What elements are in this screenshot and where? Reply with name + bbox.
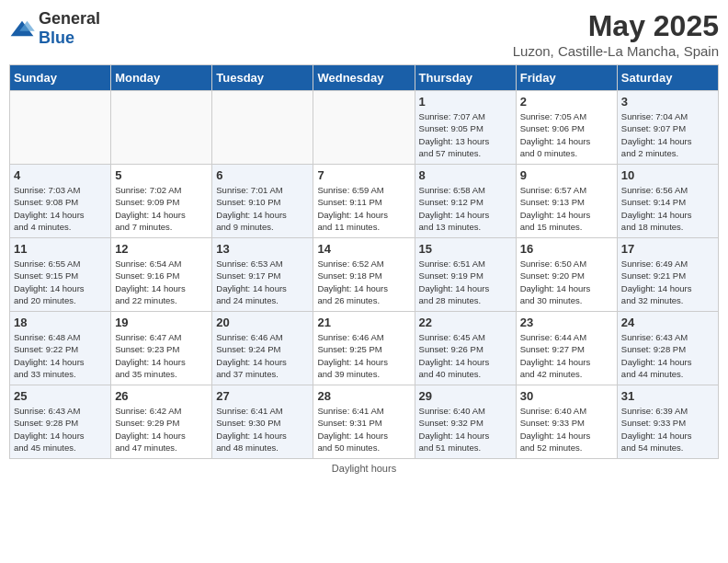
day-info: Sunrise: 7:02 AM Sunset: 9:09 PM Dayligh… xyxy=(115,184,208,233)
day-cell xyxy=(212,91,313,165)
day-cell: 8Sunrise: 6:58 AM Sunset: 9:12 PM Daylig… xyxy=(415,165,516,238)
day-number: 11 xyxy=(14,242,107,256)
day-number: 31 xyxy=(621,389,714,403)
header-day-friday: Friday xyxy=(516,65,617,91)
day-cell: 25Sunrise: 6:43 AM Sunset: 9:28 PM Dayli… xyxy=(10,385,111,459)
calendar-body: 1Sunrise: 7:07 AM Sunset: 9:05 PM Daylig… xyxy=(10,91,719,459)
day-number: 23 xyxy=(520,316,613,329)
day-info: Sunrise: 7:01 AM Sunset: 9:10 PM Dayligh… xyxy=(216,184,309,233)
day-number: 17 xyxy=(621,242,714,256)
day-cell: 19Sunrise: 6:47 AM Sunset: 9:23 PM Dayli… xyxy=(111,312,212,385)
day-cell: 2Sunrise: 7:05 AM Sunset: 9:06 PM Daylig… xyxy=(516,91,617,165)
day-info: Sunrise: 6:46 AM Sunset: 9:25 PM Dayligh… xyxy=(317,331,410,380)
day-number: 8 xyxy=(419,168,512,182)
day-info: Sunrise: 6:49 AM Sunset: 9:21 PM Dayligh… xyxy=(621,258,714,306)
day-number: 4 xyxy=(14,168,107,182)
day-cell: 1Sunrise: 7:07 AM Sunset: 9:05 PM Daylig… xyxy=(415,91,516,165)
title-area: May 2025 Luzon, Castille-La Mancha, Spai… xyxy=(513,9,719,59)
day-number: 28 xyxy=(317,389,410,403)
day-cell: 15Sunrise: 6:51 AM Sunset: 9:19 PM Dayli… xyxy=(415,238,516,312)
day-cell: 27Sunrise: 6:41 AM Sunset: 9:30 PM Dayli… xyxy=(212,385,313,459)
logo-icon xyxy=(9,18,35,39)
day-cell: 28Sunrise: 6:41 AM Sunset: 9:31 PM Dayli… xyxy=(313,385,415,459)
day-cell: 9Sunrise: 6:57 AM Sunset: 9:13 PM Daylig… xyxy=(516,165,617,238)
day-number: 27 xyxy=(216,389,309,403)
day-number: 6 xyxy=(216,168,309,182)
day-cell: 17Sunrise: 6:49 AM Sunset: 9:21 PM Dayli… xyxy=(617,238,718,312)
day-cell: 20Sunrise: 6:46 AM Sunset: 9:24 PM Dayli… xyxy=(212,312,313,385)
day-info: Sunrise: 6:46 AM Sunset: 9:24 PM Dayligh… xyxy=(216,331,309,380)
calendar-header: SundayMondayTuesdayWednesdayThursdayFrid… xyxy=(10,65,719,91)
day-info: Sunrise: 6:50 AM Sunset: 9:20 PM Dayligh… xyxy=(520,258,613,306)
day-info: Sunrise: 6:58 AM Sunset: 9:12 PM Dayligh… xyxy=(419,184,512,233)
week-row-5: 25Sunrise: 6:43 AM Sunset: 9:28 PM Dayli… xyxy=(10,385,719,459)
day-info: Sunrise: 7:04 AM Sunset: 9:07 PM Dayligh… xyxy=(621,110,714,159)
day-info: Sunrise: 6:41 AM Sunset: 9:31 PM Dayligh… xyxy=(317,405,410,454)
header-day-wednesday: Wednesday xyxy=(313,65,415,91)
day-cell xyxy=(111,91,212,165)
day-cell: 13Sunrise: 6:53 AM Sunset: 9:17 PM Dayli… xyxy=(212,238,313,312)
day-number: 25 xyxy=(14,389,107,403)
day-cell: 18Sunrise: 6:48 AM Sunset: 9:22 PM Dayli… xyxy=(10,312,111,385)
day-info: Sunrise: 6:52 AM Sunset: 9:18 PM Dayligh… xyxy=(317,258,410,306)
day-number: 29 xyxy=(419,389,512,403)
day-number: 13 xyxy=(216,242,309,256)
day-number: 18 xyxy=(14,316,107,329)
logo-text: General Blue xyxy=(39,9,100,48)
calendar-table: SundayMondayTuesdayWednesdayThursdayFrid… xyxy=(9,64,719,459)
day-cell: 7Sunrise: 6:59 AM Sunset: 9:11 PM Daylig… xyxy=(313,165,415,238)
day-info: Sunrise: 6:53 AM Sunset: 9:17 PM Dayligh… xyxy=(216,258,309,306)
subtitle: Luzon, Castille-La Mancha, Spain xyxy=(513,43,719,59)
day-cell: 30Sunrise: 6:40 AM Sunset: 9:33 PM Dayli… xyxy=(516,385,617,459)
day-info: Sunrise: 6:56 AM Sunset: 9:14 PM Dayligh… xyxy=(621,184,714,233)
day-info: Sunrise: 6:39 AM Sunset: 9:33 PM Dayligh… xyxy=(621,405,714,454)
day-info: Sunrise: 6:55 AM Sunset: 9:15 PM Dayligh… xyxy=(14,258,107,306)
day-info: Sunrise: 6:43 AM Sunset: 9:28 PM Dayligh… xyxy=(14,405,107,454)
day-number: 24 xyxy=(621,316,714,329)
week-row-4: 18Sunrise: 6:48 AM Sunset: 9:22 PM Dayli… xyxy=(10,312,719,385)
day-cell: 23Sunrise: 6:44 AM Sunset: 9:27 PM Dayli… xyxy=(516,312,617,385)
header-day-tuesday: Tuesday xyxy=(212,65,313,91)
day-number: 12 xyxy=(115,242,208,256)
day-cell: 12Sunrise: 6:54 AM Sunset: 9:16 PM Dayli… xyxy=(111,238,212,312)
day-info: Sunrise: 6:42 AM Sunset: 9:29 PM Dayligh… xyxy=(115,405,208,454)
logo-blue: Blue xyxy=(39,29,74,47)
day-number: 15 xyxy=(419,242,512,256)
day-info: Sunrise: 6:40 AM Sunset: 9:33 PM Dayligh… xyxy=(520,405,613,454)
day-cell: 5Sunrise: 7:02 AM Sunset: 9:09 PM Daylig… xyxy=(111,165,212,238)
day-cell: 29Sunrise: 6:40 AM Sunset: 9:32 PM Dayli… xyxy=(415,385,516,459)
day-cell: 21Sunrise: 6:46 AM Sunset: 9:25 PM Dayli… xyxy=(313,312,415,385)
logo-general: General xyxy=(39,9,100,28)
day-info: Sunrise: 6:44 AM Sunset: 9:27 PM Dayligh… xyxy=(520,331,613,380)
day-number: 10 xyxy=(621,168,714,182)
day-info: Sunrise: 7:03 AM Sunset: 9:08 PM Dayligh… xyxy=(14,184,107,233)
day-cell xyxy=(10,91,111,165)
day-info: Sunrise: 6:57 AM Sunset: 9:13 PM Dayligh… xyxy=(520,184,613,233)
day-info: Sunrise: 7:05 AM Sunset: 9:06 PM Dayligh… xyxy=(520,110,613,159)
day-cell: 10Sunrise: 6:56 AM Sunset: 9:14 PM Dayli… xyxy=(617,165,718,238)
day-number: 26 xyxy=(115,389,208,403)
header-day-monday: Monday xyxy=(111,65,212,91)
week-row-2: 4Sunrise: 7:03 AM Sunset: 9:08 PM Daylig… xyxy=(10,165,719,238)
day-cell: 3Sunrise: 7:04 AM Sunset: 9:07 PM Daylig… xyxy=(617,91,718,165)
day-cell: 22Sunrise: 6:45 AM Sunset: 9:26 PM Dayli… xyxy=(415,312,516,385)
day-number: 16 xyxy=(520,242,613,256)
day-info: Sunrise: 6:54 AM Sunset: 9:16 PM Dayligh… xyxy=(115,258,208,306)
day-number: 14 xyxy=(317,242,410,256)
day-number: 2 xyxy=(520,95,613,109)
day-number: 1 xyxy=(419,95,512,109)
day-cell: 26Sunrise: 6:42 AM Sunset: 9:29 PM Dayli… xyxy=(111,385,212,459)
footer-note: Daylight hours xyxy=(9,463,719,474)
day-cell: 31Sunrise: 6:39 AM Sunset: 9:33 PM Dayli… xyxy=(617,385,718,459)
day-number: 3 xyxy=(621,95,714,109)
day-info: Sunrise: 6:47 AM Sunset: 9:23 PM Dayligh… xyxy=(115,331,208,380)
week-row-3: 11Sunrise: 6:55 AM Sunset: 9:15 PM Dayli… xyxy=(10,238,719,312)
day-number: 7 xyxy=(317,168,410,182)
day-info: Sunrise: 7:07 AM Sunset: 9:05 PM Dayligh… xyxy=(419,110,512,159)
header-day-sunday: Sunday xyxy=(10,65,111,91)
day-info: Sunrise: 6:40 AM Sunset: 9:32 PM Dayligh… xyxy=(419,405,512,454)
day-info: Sunrise: 6:59 AM Sunset: 9:11 PM Dayligh… xyxy=(317,184,410,233)
day-info: Sunrise: 6:43 AM Sunset: 9:28 PM Dayligh… xyxy=(621,331,714,380)
day-cell: 24Sunrise: 6:43 AM Sunset: 9:28 PM Dayli… xyxy=(617,312,718,385)
day-info: Sunrise: 6:48 AM Sunset: 9:22 PM Dayligh… xyxy=(14,331,107,380)
